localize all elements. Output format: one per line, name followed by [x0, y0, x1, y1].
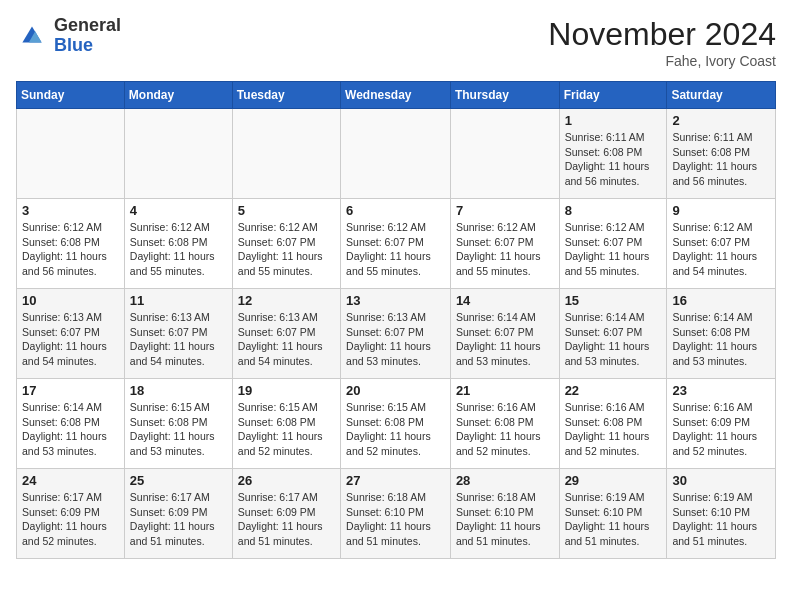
day-detail: Sunrise: 6:14 AMSunset: 6:08 PMDaylight:… — [672, 310, 770, 369]
day-cell: 7Sunrise: 6:12 AMSunset: 6:07 PMDaylight… — [450, 199, 559, 289]
day-cell — [124, 109, 232, 199]
day-detail: Sunrise: 6:17 AMSunset: 6:09 PMDaylight:… — [22, 490, 119, 549]
day-detail: Sunrise: 6:16 AMSunset: 6:08 PMDaylight:… — [456, 400, 554, 459]
day-detail: Sunrise: 6:12 AMSunset: 6:07 PMDaylight:… — [238, 220, 335, 279]
day-detail: Sunrise: 6:12 AMSunset: 6:08 PMDaylight:… — [130, 220, 227, 279]
day-detail: Sunrise: 6:16 AMSunset: 6:08 PMDaylight:… — [565, 400, 662, 459]
day-cell: 27Sunrise: 6:18 AMSunset: 6:10 PMDayligh… — [341, 469, 451, 559]
day-cell: 10Sunrise: 6:13 AMSunset: 6:07 PMDayligh… — [17, 289, 125, 379]
day-detail: Sunrise: 6:12 AMSunset: 6:07 PMDaylight:… — [565, 220, 662, 279]
day-detail: Sunrise: 6:12 AMSunset: 6:07 PMDaylight:… — [346, 220, 445, 279]
day-cell: 14Sunrise: 6:14 AMSunset: 6:07 PMDayligh… — [450, 289, 559, 379]
day-detail: Sunrise: 6:15 AMSunset: 6:08 PMDaylight:… — [346, 400, 445, 459]
day-number: 14 — [456, 293, 554, 308]
week-row-1: 1Sunrise: 6:11 AMSunset: 6:08 PMDaylight… — [17, 109, 776, 199]
weekday-header-friday: Friday — [559, 82, 667, 109]
page-header: General Blue November 2024 Fahe, Ivory C… — [16, 16, 776, 69]
day-cell: 20Sunrise: 6:15 AMSunset: 6:08 PMDayligh… — [341, 379, 451, 469]
day-cell — [17, 109, 125, 199]
day-cell: 19Sunrise: 6:15 AMSunset: 6:08 PMDayligh… — [232, 379, 340, 469]
day-number: 6 — [346, 203, 445, 218]
day-detail: Sunrise: 6:12 AMSunset: 6:07 PMDaylight:… — [672, 220, 770, 279]
day-number: 11 — [130, 293, 227, 308]
day-detail: Sunrise: 6:12 AMSunset: 6:08 PMDaylight:… — [22, 220, 119, 279]
logo: General Blue — [16, 16, 121, 56]
day-cell: 3Sunrise: 6:12 AMSunset: 6:08 PMDaylight… — [17, 199, 125, 289]
week-row-4: 17Sunrise: 6:14 AMSunset: 6:08 PMDayligh… — [17, 379, 776, 469]
day-cell: 23Sunrise: 6:16 AMSunset: 6:09 PMDayligh… — [667, 379, 776, 469]
day-number: 2 — [672, 113, 770, 128]
day-number: 3 — [22, 203, 119, 218]
month-title: November 2024 — [548, 16, 776, 53]
day-detail: Sunrise: 6:13 AMSunset: 6:07 PMDaylight:… — [130, 310, 227, 369]
weekday-header-monday: Monday — [124, 82, 232, 109]
day-detail: Sunrise: 6:19 AMSunset: 6:10 PMDaylight:… — [565, 490, 662, 549]
location: Fahe, Ivory Coast — [548, 53, 776, 69]
day-cell: 22Sunrise: 6:16 AMSunset: 6:08 PMDayligh… — [559, 379, 667, 469]
day-cell: 6Sunrise: 6:12 AMSunset: 6:07 PMDaylight… — [341, 199, 451, 289]
day-cell — [232, 109, 340, 199]
day-number: 1 — [565, 113, 662, 128]
day-cell: 30Sunrise: 6:19 AMSunset: 6:10 PMDayligh… — [667, 469, 776, 559]
day-cell: 17Sunrise: 6:14 AMSunset: 6:08 PMDayligh… — [17, 379, 125, 469]
day-number: 15 — [565, 293, 662, 308]
day-number: 7 — [456, 203, 554, 218]
day-cell: 24Sunrise: 6:17 AMSunset: 6:09 PMDayligh… — [17, 469, 125, 559]
logo-icon — [16, 20, 48, 52]
weekday-header-tuesday: Tuesday — [232, 82, 340, 109]
weekday-header-saturday: Saturday — [667, 82, 776, 109]
weekday-header-wednesday: Wednesday — [341, 82, 451, 109]
weekday-header-row: SundayMondayTuesdayWednesdayThursdayFrid… — [17, 82, 776, 109]
day-number: 4 — [130, 203, 227, 218]
day-detail: Sunrise: 6:16 AMSunset: 6:09 PMDaylight:… — [672, 400, 770, 459]
week-row-3: 10Sunrise: 6:13 AMSunset: 6:07 PMDayligh… — [17, 289, 776, 379]
weekday-header-thursday: Thursday — [450, 82, 559, 109]
day-cell: 12Sunrise: 6:13 AMSunset: 6:07 PMDayligh… — [232, 289, 340, 379]
day-cell: 5Sunrise: 6:12 AMSunset: 6:07 PMDaylight… — [232, 199, 340, 289]
day-cell: 21Sunrise: 6:16 AMSunset: 6:08 PMDayligh… — [450, 379, 559, 469]
day-detail: Sunrise: 6:13 AMSunset: 6:07 PMDaylight:… — [238, 310, 335, 369]
day-detail: Sunrise: 6:14 AMSunset: 6:08 PMDaylight:… — [22, 400, 119, 459]
day-number: 12 — [238, 293, 335, 308]
day-detail: Sunrise: 6:15 AMSunset: 6:08 PMDaylight:… — [130, 400, 227, 459]
day-number: 20 — [346, 383, 445, 398]
day-number: 23 — [672, 383, 770, 398]
day-detail: Sunrise: 6:17 AMSunset: 6:09 PMDaylight:… — [130, 490, 227, 549]
day-cell: 25Sunrise: 6:17 AMSunset: 6:09 PMDayligh… — [124, 469, 232, 559]
week-row-5: 24Sunrise: 6:17 AMSunset: 6:09 PMDayligh… — [17, 469, 776, 559]
title-block: November 2024 Fahe, Ivory Coast — [548, 16, 776, 69]
day-detail: Sunrise: 6:12 AMSunset: 6:07 PMDaylight:… — [456, 220, 554, 279]
day-cell: 13Sunrise: 6:13 AMSunset: 6:07 PMDayligh… — [341, 289, 451, 379]
day-detail: Sunrise: 6:15 AMSunset: 6:08 PMDaylight:… — [238, 400, 335, 459]
day-cell: 8Sunrise: 6:12 AMSunset: 6:07 PMDaylight… — [559, 199, 667, 289]
day-detail: Sunrise: 6:18 AMSunset: 6:10 PMDaylight:… — [456, 490, 554, 549]
day-number: 25 — [130, 473, 227, 488]
day-number: 17 — [22, 383, 119, 398]
day-detail: Sunrise: 6:17 AMSunset: 6:09 PMDaylight:… — [238, 490, 335, 549]
logo-text: General Blue — [54, 16, 121, 56]
day-cell: 2Sunrise: 6:11 AMSunset: 6:08 PMDaylight… — [667, 109, 776, 199]
day-number: 9 — [672, 203, 770, 218]
day-cell: 29Sunrise: 6:19 AMSunset: 6:10 PMDayligh… — [559, 469, 667, 559]
day-detail: Sunrise: 6:18 AMSunset: 6:10 PMDaylight:… — [346, 490, 445, 549]
day-number: 27 — [346, 473, 445, 488]
day-number: 28 — [456, 473, 554, 488]
day-cell: 4Sunrise: 6:12 AMSunset: 6:08 PMDaylight… — [124, 199, 232, 289]
day-number: 26 — [238, 473, 335, 488]
day-detail: Sunrise: 6:14 AMSunset: 6:07 PMDaylight:… — [456, 310, 554, 369]
day-cell: 16Sunrise: 6:14 AMSunset: 6:08 PMDayligh… — [667, 289, 776, 379]
day-detail: Sunrise: 6:13 AMSunset: 6:07 PMDaylight:… — [346, 310, 445, 369]
day-cell: 18Sunrise: 6:15 AMSunset: 6:08 PMDayligh… — [124, 379, 232, 469]
day-cell — [341, 109, 451, 199]
day-number: 21 — [456, 383, 554, 398]
day-number: 5 — [238, 203, 335, 218]
day-number: 13 — [346, 293, 445, 308]
day-number: 22 — [565, 383, 662, 398]
day-number: 29 — [565, 473, 662, 488]
weekday-header-sunday: Sunday — [17, 82, 125, 109]
day-cell: 9Sunrise: 6:12 AMSunset: 6:07 PMDaylight… — [667, 199, 776, 289]
day-number: 30 — [672, 473, 770, 488]
day-cell: 26Sunrise: 6:17 AMSunset: 6:09 PMDayligh… — [232, 469, 340, 559]
day-cell: 11Sunrise: 6:13 AMSunset: 6:07 PMDayligh… — [124, 289, 232, 379]
calendar-table: SundayMondayTuesdayWednesdayThursdayFrid… — [16, 81, 776, 559]
